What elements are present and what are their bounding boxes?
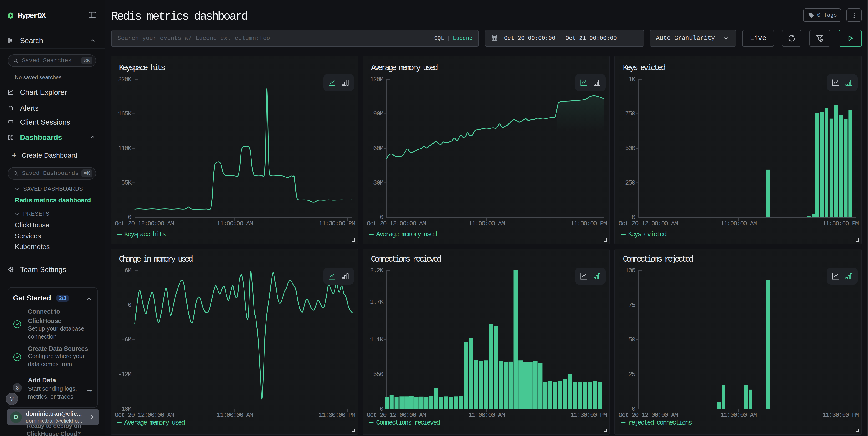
svg-text:0: 0 (632, 214, 636, 221)
svg-text:550: 550 (373, 371, 383, 378)
svg-text:500: 500 (625, 145, 636, 152)
svg-text:6M: 6M (124, 267, 131, 274)
svg-text:Oct 20 12:00:00 AM: Oct 20 12:00:00 AM (367, 220, 426, 227)
svg-text:11:00:00 AM: 11:00:00 AM (720, 220, 757, 227)
svg-text:100: 100 (625, 267, 636, 274)
svg-text:1.1K: 1.1K (370, 336, 383, 343)
svg-text:11:00:00 AM: 11:00:00 AM (217, 220, 253, 227)
svg-text:60M: 60M (373, 145, 383, 152)
svg-text:0: 0 (380, 214, 383, 221)
svg-text:0: 0 (128, 214, 131, 221)
svg-text:75: 75 (628, 301, 635, 309)
svg-text:Oct 20 12:00:00 AM: Oct 20 12:00:00 AM (115, 220, 174, 227)
svg-text:2.2K: 2.2K (370, 267, 383, 274)
svg-text:11:30:00 PM: 11:30:00 PM (823, 412, 859, 419)
svg-text:11:00:00 AM: 11:00:00 AM (217, 412, 253, 419)
svg-text:165K: 165K (118, 110, 131, 117)
svg-text:220K: 220K (118, 76, 131, 83)
svg-text:0: 0 (632, 405, 636, 412)
svg-text:11:30:00 PM: 11:30:00 PM (570, 412, 607, 419)
svg-text:Oct 20 12:00:00 AM: Oct 20 12:00:00 AM (619, 220, 678, 227)
svg-text:750: 750 (625, 110, 636, 117)
svg-text:11:30:00 PM: 11:30:00 PM (823, 220, 859, 227)
svg-text:11:30:00 PM: 11:30:00 PM (319, 220, 355, 227)
svg-text:11:30:00 PM: 11:30:00 PM (570, 220, 607, 227)
svg-text:1.7K: 1.7K (370, 298, 383, 306)
svg-text:-12M: -12M (118, 371, 131, 378)
svg-text:90M: 90M (373, 110, 383, 117)
svg-text:0: 0 (128, 301, 131, 309)
svg-text:-18M: -18M (118, 405, 131, 412)
svg-text:120M: 120M (370, 76, 383, 83)
svg-text:-6M: -6M (121, 336, 131, 343)
svg-text:Oct 20 12:00:00 AM: Oct 20 12:00:00 AM (619, 412, 678, 419)
svg-text:0: 0 (380, 405, 383, 412)
svg-text:25: 25 (628, 371, 635, 378)
svg-text:30M: 30M (373, 179, 383, 186)
svg-text:11:00:00 AM: 11:00:00 AM (469, 412, 505, 419)
svg-text:110K: 110K (118, 145, 131, 152)
svg-text:11:00:00 AM: 11:00:00 AM (469, 220, 505, 227)
svg-text:Oct 20 12:00:00 AM: Oct 20 12:00:00 AM (115, 412, 174, 419)
svg-text:11:30:00 PM: 11:30:00 PM (319, 412, 355, 419)
svg-text:11:00:00 AM: 11:00:00 AM (720, 412, 757, 419)
svg-text:50: 50 (628, 336, 635, 343)
svg-text:55K: 55K (121, 179, 132, 186)
svg-text:1K: 1K (628, 76, 636, 83)
svg-text:Oct 20 12:00:00 AM: Oct 20 12:00:00 AM (367, 412, 426, 419)
svg-text:250: 250 (625, 179, 636, 186)
